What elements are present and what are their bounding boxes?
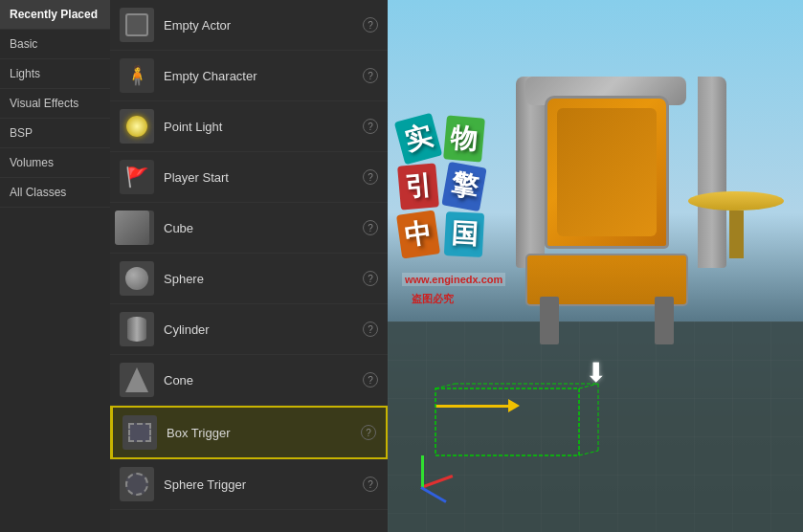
list-item-player-start[interactable]: 🚩Player Start? — [110, 152, 388, 203]
list-item-label-empty-actor: Empty Actor — [164, 18, 363, 33]
sphere-icon — [120, 261, 154, 296]
list-item-empty-character[interactable]: 🧍Empty Character? — [110, 51, 388, 101]
list-item-label-point-light: Point Light — [164, 120, 363, 134]
watermark-char-4: 擎 — [442, 162, 487, 211]
cone-icon — [120, 363, 154, 397]
help-icon-cylinder[interactable]: ? — [363, 321, 378, 337]
list-item-sphere[interactable]: Sphere? — [110, 254, 388, 304]
list-item-label-sphere: Sphere — [164, 272, 363, 286]
table-leg — [729, 211, 744, 258]
watermark-char-3: 引 — [397, 163, 439, 210]
help-icon-point-light[interactable]: ? — [363, 119, 378, 134]
sidebar-item-lights[interactable]: Lights — [0, 59, 110, 89]
chair-leg-right — [655, 297, 674, 344]
list-item-cylinder[interactable]: Cylinder? — [110, 304, 388, 355]
help-icon-box-trigger[interactable]: ? — [361, 425, 376, 440]
axis-z — [420, 486, 446, 503]
list-item-empty-actor[interactable]: Empty Actor? — [110, 0, 388, 51]
watermark-char-2: 物 — [444, 115, 486, 162]
help-icon-sphere-trigger[interactable]: ? — [363, 477, 378, 492]
list-item-label-box-trigger: Box Trigger — [167, 426, 361, 440]
axis-indicator — [407, 446, 464, 503]
help-icon-player-start[interactable]: ? — [363, 169, 378, 185]
list-item-box-trigger[interactable]: Box Trigger? — [110, 406, 388, 459]
3d-viewport[interactable]: ⬇ 实 物 引 擎 中 国 www.enginedx.com 盗图必究 — [388, 0, 803, 532]
sidebar-item-volumes[interactable]: Volumes — [0, 148, 110, 178]
trigger-icon — [123, 415, 157, 450]
person-icon: 🧍 — [120, 58, 154, 93]
list-item-label-player-start: Player Start — [164, 170, 363, 185]
empty-icon — [120, 8, 154, 42]
chair-leg-left — [540, 297, 559, 344]
list-item-cone[interactable]: Cone? — [110, 355, 388, 406]
list-item-label-empty-character: Empty Character — [164, 69, 363, 83]
watermark-char-1: 实 — [394, 113, 443, 166]
sidebar-item-all-classes[interactable]: All Classes — [0, 178, 110, 208]
box-icon — [120, 211, 154, 245]
sidebar-item-basic[interactable]: Basic — [0, 30, 110, 59]
help-icon-sphere[interactable]: ? — [363, 271, 378, 286]
list-item-sphere-trigger[interactable]: Sphere Trigger? — [110, 459, 388, 510]
watermark-notice: 盗图必究 — [412, 292, 454, 306]
help-icon-empty-actor[interactable]: ? — [363, 17, 378, 33]
axis-x — [420, 475, 453, 489]
flag-icon: 🚩 — [120, 160, 154, 194]
table-top — [688, 191, 784, 211]
placed-items-list: Empty Actor?🧍Empty Character?Point Light… — [110, 0, 388, 532]
player-start-indicator: ⬇ — [585, 357, 607, 388]
list-item-label-cone: Cone — [164, 373, 363, 388]
watermark-url: www.enginedx.com — [402, 273, 505, 286]
pointlight-icon — [120, 109, 154, 144]
table-3d-object — [688, 191, 784, 258]
list-item-label-sphere-trigger: Sphere Trigger — [164, 477, 363, 492]
list-item-point-light[interactable]: Point Light? — [110, 101, 388, 152]
cylinder-icon — [120, 312, 154, 346]
watermark-char-5: 中 — [396, 210, 440, 258]
list-item-label-cylinder: Cylinder — [164, 322, 363, 337]
chair-back-cushion — [557, 108, 657, 236]
annotation-arrow — [435, 405, 512, 408]
help-icon-cone[interactable]: ? — [363, 372, 378, 388]
chair-back — [545, 96, 669, 249]
sidebar-item-recently-placed[interactable]: Recently Placed — [0, 0, 110, 30]
sidebar-item-visual-effects[interactable]: Visual Effects — [0, 89, 110, 119]
watermark-overlay: 实 物 引 擎 中 国 www.enginedx.com 盗图必究 — [397, 115, 485, 258]
chair-frame-left — [516, 77, 545, 268]
sidebar-item-bsp[interactable]: BSP — [0, 119, 110, 148]
help-icon-cube[interactable]: ? — [363, 220, 378, 235]
category-sidebar: Recently PlacedBasicLightsVisual Effects… — [0, 0, 110, 532]
list-item-cube[interactable]: Cube? — [110, 203, 388, 254]
watermark-char-6: 国 — [444, 211, 484, 257]
help-icon-empty-character[interactable]: ? — [363, 68, 378, 83]
list-item-label-cube: Cube — [164, 221, 363, 235]
axis-y — [421, 455, 424, 489]
sphere-trigger-icon — [120, 467, 154, 501]
